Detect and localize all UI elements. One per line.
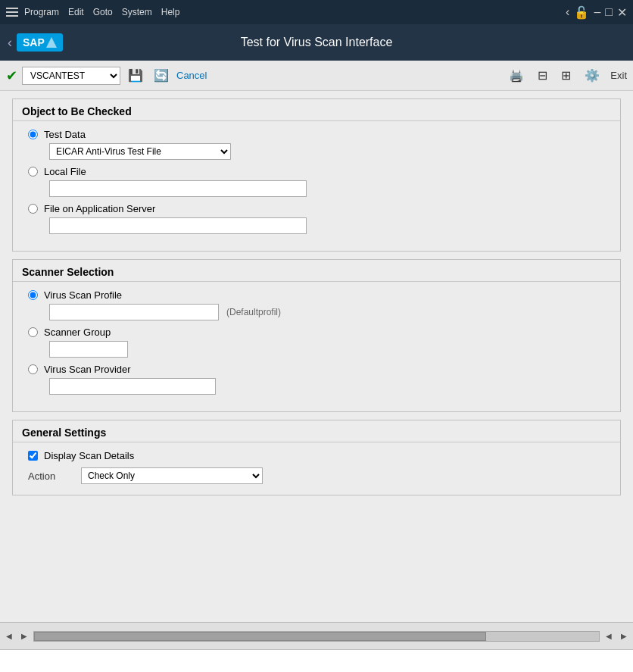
toolbar: ✔ VSCANTEST 💾 🔄 Cancel 🖨️ ⊟ ⊞ ⚙️ Exit <box>0 61 633 91</box>
section-object-body: Test Data EICAR Anti-Virus Test File Loc… <box>13 121 620 251</box>
titlebar: Program Edit Goto System Help ‹ 🔓 – □ ✕ <box>0 0 633 24</box>
check-icon: ✔ <box>6 67 17 84</box>
action-label: Action <box>28 470 66 482</box>
file-server-radio-row: File on Application Server <box>28 203 605 214</box>
hamburger-menu[interactable] <box>6 8 18 17</box>
nav-back-icon[interactable]: ‹ <box>566 5 569 20</box>
section-general-body: Display Scan Details Action Check Only Q… <box>13 442 620 495</box>
menu-program[interactable]: Program <box>24 7 59 17</box>
print-button[interactable]: 🖨️ <box>506 67 527 84</box>
local-file-radio[interactable] <box>28 167 38 177</box>
scroll-right-end-icon[interactable]: ◀ <box>603 630 615 642</box>
section-scanner-body: Virus Scan Profile (Defaultprofil) Scann… <box>13 282 620 411</box>
refresh-button[interactable]: 🔄 <box>151 67 172 84</box>
scroll-right-icon[interactable]: ▶ <box>18 630 30 642</box>
section-object-title: Object to Be Checked <box>13 99 620 121</box>
test-data-label: Test Data <box>44 129 86 140</box>
headerbar: ‹ SAP Test for Virus Scan Interface <box>0 24 633 61</box>
display-scan-details-label: Display Scan Details <box>44 450 134 461</box>
virus-scan-profile-input[interactable] <box>49 304 219 320</box>
sap-logo: ‹ SAP <box>8 33 63 52</box>
scanner-group-input[interactable] <box>49 341 128 358</box>
settings-button[interactable]: ⚙️ <box>582 67 603 84</box>
menu-edit[interactable]: Edit <box>68 7 84 17</box>
horizontal-scrollbar: ◀ ▶ ◀ ▶ <box>0 622 633 649</box>
virus-scan-provider-label: Virus Scan Provider <box>44 364 131 375</box>
scroll-thumb <box>34 632 486 641</box>
display-scan-details-row: Display Scan Details <box>28 450 605 461</box>
section-object-to-be-checked: Object to Be Checked Test Data EICAR Ant… <box>12 98 621 252</box>
virus-scan-profile-radio-row: Virus Scan Profile <box>28 289 605 301</box>
default-profil-label: (Defaultprofil) <box>226 307 281 317</box>
variant-select[interactable]: VSCANTEST <box>22 67 120 85</box>
cancel-button[interactable]: Cancel <box>176 70 207 81</box>
scanner-group-label: Scanner Group <box>44 327 111 338</box>
maximize-icon[interactable]: □ <box>605 5 613 20</box>
test-data-radio-row: Test Data <box>28 129 605 140</box>
scanner-group-input-container <box>28 341 605 358</box>
menu-help[interactable]: Help <box>161 7 180 17</box>
virus-scan-profile-label: Virus Scan Profile <box>44 289 122 301</box>
local-file-radio-row: Local File <box>28 166 605 177</box>
window-controls: ‹ 🔓 – □ ✕ <box>566 5 627 20</box>
virus-scan-profile-input-container: (Defaultprofil) <box>28 304 605 320</box>
file-server-label: File on Application Server <box>44 203 155 214</box>
svg-marker-0 <box>46 37 57 48</box>
screen-button[interactable]: ⊞ <box>558 67 574 84</box>
virus-scan-profile-radio[interactable] <box>28 290 38 300</box>
virus-scan-provider-input[interactable] <box>49 378 216 395</box>
layout-button[interactable]: ⊟ <box>535 67 550 84</box>
close-icon[interactable]: ✕ <box>617 5 627 20</box>
menu-bar: Program Edit Goto System Help <box>24 7 179 17</box>
action-row: Action Check Only Quarantine Delete <box>28 467 605 484</box>
statusbar <box>0 649 633 672</box>
local-file-input-container <box>28 180 605 197</box>
lock-icon[interactable]: 🔓 <box>574 5 589 20</box>
scroll-left-icon[interactable]: ◀ <box>3 630 15 642</box>
scroll-right-end2-icon[interactable]: ▶ <box>618 630 630 642</box>
section-scanner-selection: Scanner Selection Virus Scan Profile (De… <box>12 259 621 412</box>
file-server-input-container <box>28 217 605 234</box>
virus-scan-provider-radio-row: Virus Scan Provider <box>28 364 605 375</box>
save-button[interactable]: 💾 <box>125 67 146 84</box>
scanner-group-radio-row: Scanner Group <box>28 327 605 338</box>
scroll-track[interactable] <box>33 631 600 642</box>
virus-scan-provider-input-container <box>28 378 605 395</box>
local-file-input[interactable] <box>49 180 307 197</box>
local-file-label: Local File <box>44 166 86 177</box>
eicar-select-container: EICAR Anti-Virus Test File <box>28 143 605 160</box>
menu-system[interactable]: System <box>122 7 152 17</box>
file-server-radio[interactable] <box>28 204 38 214</box>
section-scanner-title: Scanner Selection <box>13 260 620 282</box>
sap-logo-box: SAP <box>17 33 63 52</box>
section-general-title: General Settings <box>13 420 620 442</box>
page-title: Test for Virus Scan Interface <box>241 36 393 49</box>
virus-scan-provider-radio[interactable] <box>28 364 38 374</box>
sap-logo-triangle <box>46 37 57 48</box>
test-data-radio[interactable] <box>28 130 38 139</box>
menu-goto[interactable]: Goto <box>93 7 113 17</box>
minimize-icon[interactable]: – <box>594 5 600 20</box>
main-content: Object to Be Checked Test Data EICAR Ant… <box>0 91 633 622</box>
exit-button[interactable]: Exit <box>610 70 627 81</box>
section-general-settings: General Settings Display Scan Details Ac… <box>12 420 621 495</box>
file-server-input[interactable] <box>49 217 307 234</box>
scanner-group-radio[interactable] <box>28 327 38 337</box>
action-select[interactable]: Check Only Quarantine Delete <box>81 467 263 484</box>
eicar-select[interactable]: EICAR Anti-Virus Test File <box>49 143 231 160</box>
back-arrow-icon[interactable]: ‹ <box>8 35 12 51</box>
display-scan-details-checkbox[interactable] <box>28 451 38 461</box>
